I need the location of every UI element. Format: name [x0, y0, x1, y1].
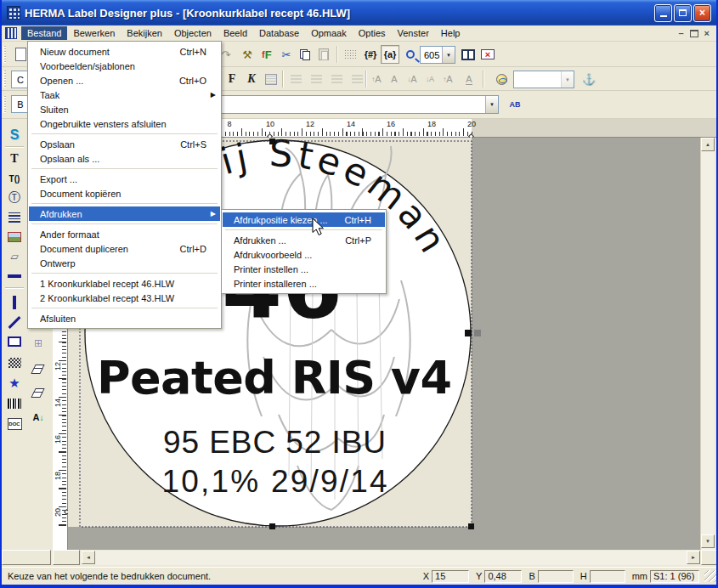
menu-item-document-kopieren[interactable]: Document kopiëren [29, 186, 220, 201]
menu-item-afdrukvoorbeeld[interactable]: Afdrukvoorbeeld ... [223, 247, 385, 262]
menu-item-openen[interactable]: Openen ...Ctrl+O [29, 73, 220, 88]
scroll-right-button[interactable]: ► [687, 551, 700, 564]
eraser-tool[interactable]: ▱ [4, 247, 25, 266]
arrow-left-icon: ◄ [86, 555, 91, 560]
menu-item-afdrukken[interactable]: Afdrukken▶ [29, 206, 220, 221]
diagonal-line-tool[interactable] [4, 313, 25, 331]
barcode-tool[interactable] [4, 394, 25, 413]
grid-button[interactable] [341, 45, 359, 64]
menu-item-recent-1[interactable]: 1 Kroonkurklabel recept 46.HLW [29, 276, 220, 291]
bold-button[interactable]: F [223, 70, 241, 88]
menu-item-document-dupliceren[interactable]: Document duplicerenCtrl+D [29, 241, 220, 256]
font-up-button: ↑A [438, 70, 457, 88]
menu-item-sluiten[interactable]: Sluiten [29, 102, 220, 116]
selection-handle-top[interactable] [269, 139, 275, 144]
label-line1[interactable]: 95 EBC 52 IBU [163, 425, 386, 460]
close-button[interactable]: × [693, 4, 711, 22]
text-code-button[interactable]: {a} [381, 45, 399, 64]
zoom-button[interactable] [401, 45, 420, 64]
menu-opmaak[interactable]: Opmaak [305, 26, 353, 40]
document-system-icon[interactable] [5, 27, 17, 39]
menu-item-afdrukken-dialog[interactable]: Afdrukken ...Ctrl+P [223, 233, 385, 247]
menu-opties[interactable]: Opties [353, 26, 392, 40]
menu-item-recent-2[interactable]: 2 Kroonkurklabel recept 43.HLW [29, 291, 220, 305]
menu-item-voorbeelden[interactable]: Voorbeelden/sjablonen [29, 59, 220, 73]
field-code-button[interactable]: {#} [361, 45, 380, 64]
mail-button[interactable]: × [478, 45, 497, 64]
scroll-left-button[interactable]: ◄ [82, 551, 95, 564]
hline-tool[interactable] [4, 267, 25, 286]
text-frame-tool[interactable]: T() [4, 169, 25, 188]
layer-front-tool[interactable] [28, 360, 48, 379]
menu-item-afsluiten[interactable]: Afsluiten [29, 311, 220, 325]
menu-item-nieuw-document[interactable]: Nieuw documentCtrl+N [29, 44, 220, 59]
split-view-button[interactable] [459, 45, 478, 64]
italic-button[interactable]: K [242, 70, 261, 88]
swap-ab-button[interactable]: AB [506, 95, 524, 114]
menu-help[interactable]: Help [435, 26, 466, 40]
zoom-level-combobox[interactable]: 605 ▼ [420, 46, 455, 64]
menu-item-ongebruikte-vensters[interactable]: Ongebruikte vensters afsluiten [29, 116, 220, 131]
toolbar-grip[interactable] [3, 96, 6, 113]
tools-button[interactable]: ⚒ [238, 45, 257, 64]
font-button[interactable]: fF [257, 45, 276, 64]
menu-item-ander-formaat[interactable]: Ander formaat [29, 227, 220, 241]
resize-grip[interactable] [704, 570, 716, 582]
menu-bestand[interactable]: Bestand [21, 26, 67, 40]
ruler-number: 10 [266, 120, 274, 128]
doc-tool[interactable]: DOC [4, 415, 25, 433]
vline-tool[interactable] [4, 293, 25, 312]
selection-handle-bottom[interactable] [269, 523, 275, 529]
menu-item-export[interactable]: Export ... [29, 172, 220, 186]
menu-item-printer-instellen[interactable]: Printer instellen ... [223, 262, 385, 276]
horizontal-scrollbar[interactable] [82, 551, 700, 565]
fill-pattern-tool[interactable] [4, 353, 25, 372]
menu-item-ontwerp[interactable]: Ontwerp [29, 256, 220, 270]
scroll-up-button[interactable]: ▲ [701, 138, 715, 151]
menu-item-taak[interactable]: Taak▶ [29, 88, 220, 102]
minimize-button[interactable] [654, 4, 672, 22]
vertical-scrollbar[interactable]: ▲ ▼ [700, 138, 715, 550]
menu-bewerken[interactable]: Bewerken [67, 26, 121, 40]
menu-item-afdrukpositie-kiezen[interactable]: Afdrukpositie kiezen ...Ctrl+H [223, 212, 385, 227]
cut-button[interactable]: ✂ [277, 45, 296, 64]
font-combobox[interactable]: ▼ [513, 71, 574, 88]
image-tool[interactable] [4, 228, 25, 246]
combo-arrow-icon[interactable]: ▼ [442, 47, 455, 63]
mdi-restore-button[interactable] [690, 30, 698, 37]
selection-handle-gray[interactable] [474, 330, 481, 336]
menu-bekijken[interactable]: Bekijken [121, 26, 168, 40]
menu-item-opslaan[interactable]: OpslaanCtrl+S [29, 137, 220, 151]
toolbar-grip[interactable] [3, 46, 6, 63]
selection-handle-corner[interactable] [468, 523, 474, 529]
paragraph-button[interactable] [262, 70, 280, 88]
menu-objecten[interactable]: Objecten [168, 26, 218, 40]
text-list-tool[interactable] [4, 208, 25, 227]
selection-handle-right[interactable] [465, 330, 472, 336]
circular-text-tool[interactable]: Ⓣ [4, 189, 25, 207]
mdi-minimize-button[interactable]: – [678, 28, 683, 38]
menu-item-printer-installeren[interactable]: Printer installeren ... [223, 276, 385, 291]
mdi-close-button[interactable]: × [704, 28, 710, 38]
combo-arrow-icon[interactable]: ▼ [485, 96, 498, 113]
toolbar-grip[interactable] [3, 71, 6, 88]
rectangle-tool[interactable] [4, 332, 25, 351]
import-text-tool[interactable]: A↓ [28, 408, 48, 427]
language-button[interactable] [492, 70, 511, 88]
text-tool[interactable]: T [4, 150, 25, 168]
menu-item-opslaan-als[interactable]: Opslaan als ... [29, 151, 220, 166]
menu-beeld[interactable]: Beeld [218, 26, 253, 40]
anchor-button[interactable]: ⚓ [579, 70, 598, 88]
align-left-icon [291, 75, 302, 84]
label-line2[interactable]: 10,1% 29/9/14 [162, 464, 387, 499]
menu-database[interactable]: Database [253, 26, 305, 40]
scroll-down-button[interactable]: ▼ [701, 534, 715, 548]
star-tool[interactable]: ★ [4, 374, 25, 393]
restore-button[interactable] [674, 4, 692, 22]
menu-venster[interactable]: Venster [392, 26, 435, 40]
label-title[interactable]: Peated RIS v4 [97, 351, 452, 404]
layer-back-tool[interactable] [28, 384, 48, 403]
script-tool[interactable]: S [4, 126, 25, 144]
horizontal-line-icon [8, 274, 21, 278]
copy-button[interactable] [296, 45, 314, 64]
